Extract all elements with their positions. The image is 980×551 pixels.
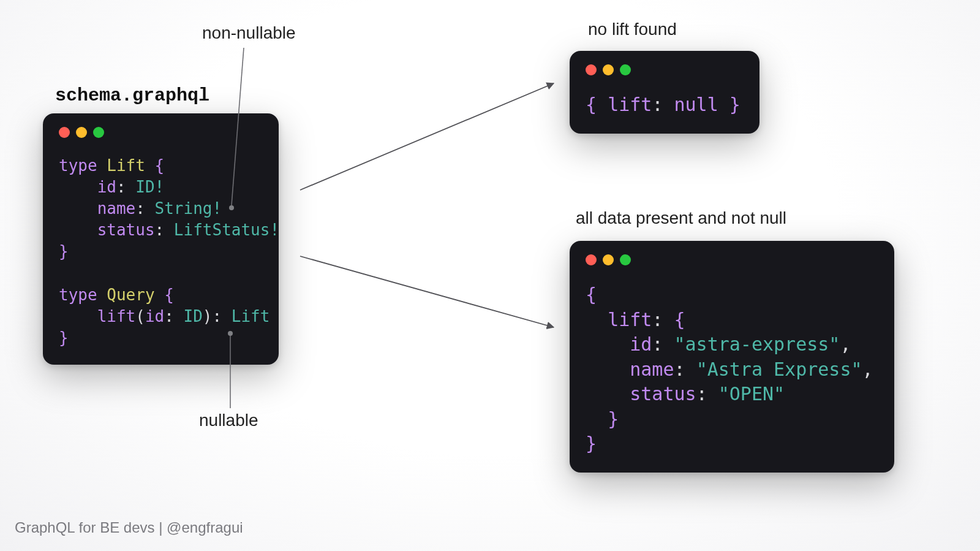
nullable-label: nullable bbox=[199, 411, 258, 430]
window-dots bbox=[586, 254, 878, 265]
slide-footer: GraphQL for BE devs | @engfragui bbox=[15, 519, 243, 536]
window-dot-green-icon bbox=[93, 127, 104, 138]
window-dots bbox=[586, 64, 744, 75]
svg-line-2 bbox=[300, 83, 554, 190]
window-dots bbox=[59, 127, 263, 138]
window-dot-green-icon bbox=[620, 254, 631, 265]
non-nullable-label: non-nullable bbox=[202, 23, 296, 43]
all-data-present-label: all data present and not null bbox=[576, 208, 786, 228]
schema-code: type Lift { id: ID! name: String! status… bbox=[59, 155, 263, 349]
response-data-window: { lift: { id: "astra-express", name: "As… bbox=[570, 241, 894, 473]
response-null-window: { lift: null } bbox=[570, 51, 760, 134]
svg-line-3 bbox=[300, 256, 554, 327]
window-dot-red-icon bbox=[586, 254, 597, 265]
window-dot-yellow-icon bbox=[76, 127, 87, 138]
window-dot-green-icon bbox=[620, 64, 631, 75]
window-dot-red-icon bbox=[586, 64, 597, 75]
schema-file-label: schema.graphql bbox=[55, 85, 209, 106]
no-lift-found-label: no lift found bbox=[588, 20, 677, 39]
window-dot-yellow-icon bbox=[603, 64, 614, 75]
response-null-code: { lift: null } bbox=[586, 93, 744, 118]
window-dot-red-icon bbox=[59, 127, 70, 138]
non-nullable-anchor-dot-icon bbox=[229, 205, 234, 210]
schema-window: type Lift { id: ID! name: String! status… bbox=[43, 113, 279, 365]
response-data-code: { lift: { id: "astra-express", name: "As… bbox=[586, 283, 878, 457]
nullable-anchor-dot-icon bbox=[228, 331, 233, 336]
window-dot-yellow-icon bbox=[603, 254, 614, 265]
